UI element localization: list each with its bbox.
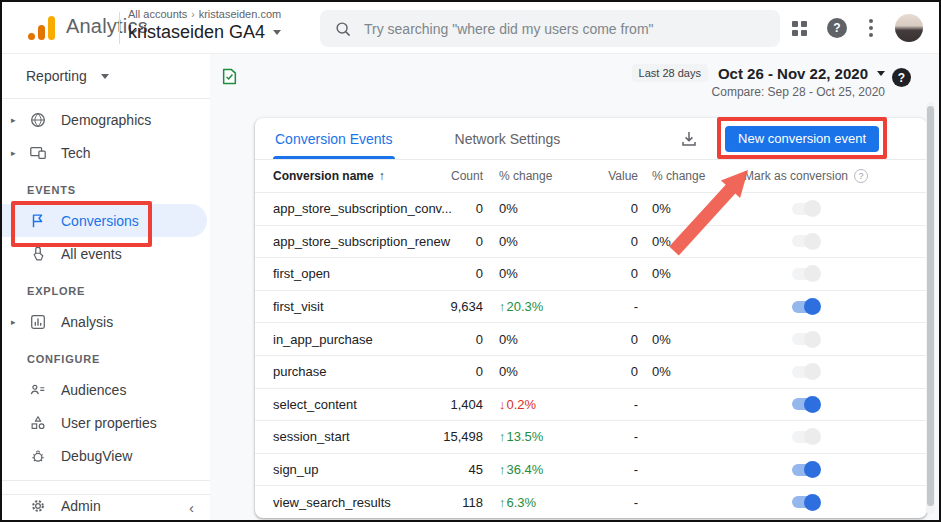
section-header-configure: CONFIGURE [2,338,210,373]
data-quality-check-icon[interactable] [222,68,237,89]
table-row: in_app_purchase00%00% [255,322,927,355]
column-value[interactable]: Value [578,169,638,183]
avatar[interactable] [895,14,923,42]
conversion-name-cell: first_open [273,266,443,281]
audiences-icon [28,380,48,400]
column-value-change[interactable]: % change [638,169,728,183]
mark-as-conversion-toggle[interactable] [792,333,818,345]
chevron-down-icon [877,71,885,76]
expand-icon[interactable]: ▸ [11,148,26,158]
mark-as-conversion-toggle[interactable] [792,398,818,410]
mark-cell [728,301,909,313]
count-change-value: 0% [499,266,518,281]
scrollbar-thumb[interactable] [927,106,934,506]
analysis-icon [28,312,48,332]
count-change-value: 0% [499,332,518,347]
search-bar[interactable] [320,10,780,47]
count-cell: 0 [443,266,483,281]
mark-cell [728,268,909,280]
breadcrumb: All accounts › kristaseiden.com [128,8,281,20]
column-count[interactable]: Count [443,169,483,183]
sidebar-item-debugview[interactable]: DebugView [2,439,210,472]
count-change-cell: 0% [483,364,578,379]
count-change-value: 0.2% [507,397,537,412]
apps-grid-icon[interactable] [792,21,807,36]
mark-as-conversion-toggle[interactable] [792,301,818,313]
expand-icon[interactable]: ▸ [11,115,26,125]
mark-as-conversion-toggle[interactable] [792,431,818,443]
table-row: view_search_results118↑6.3%- [255,485,927,518]
search-input[interactable] [364,21,766,37]
help-icon[interactable]: ? [854,169,868,183]
mark-as-conversion-toggle[interactable] [792,366,818,378]
sidebar: Reporting ▸Demographics▸TechEVENTSConver… [2,54,210,522]
tab-network-settings[interactable]: Network Settings [453,118,563,159]
date-preset-badge: Last 28 days [632,64,708,82]
sidebar-item-audiences[interactable]: Audiences [2,373,210,406]
mark-as-conversion-toggle[interactable] [792,464,818,476]
column-count-change[interactable]: % change [483,169,578,183]
sidebar-item-all-events[interactable]: All events [2,237,210,270]
count-change-cell: ↑20.3% [483,299,578,314]
reporting-nav-selector[interactable]: Reporting [2,54,210,98]
help-icon[interactable]: ? [827,18,847,38]
value-change-cell: 0% [638,364,728,379]
count-change-value: 13.5% [507,429,544,444]
mark-as-conversion-toggle[interactable] [792,203,818,215]
count-change-cell: ↑36.4% [483,462,578,477]
toggle-knob [804,298,821,315]
sidebar-item-conversions[interactable]: Conversions [2,204,207,237]
count-change-cell: ↑13.5% [483,429,578,444]
mark-as-conversion-toggle[interactable] [792,268,818,280]
sort-ascending-icon: ↑ [379,169,385,183]
mark-as-conversion-toggle[interactable] [792,235,818,247]
value-cell: 0 [578,332,638,347]
conversion-name-cell: first_visit [273,299,443,314]
table-header: Conversion name↑ Count % change Value % … [255,160,927,192]
collapse-sidebar-icon[interactable]: ‹ [189,499,194,516]
divider [2,480,210,481]
date-range-value: Oct 26 - Nov 22, 2020 [718,65,868,82]
sidebar-item-user-properties[interactable]: User properties [2,406,210,439]
table-row: app_store_subscription_renew00%00% [255,225,927,258]
debug-icon [28,446,48,466]
sidebar-item-tech[interactable]: ▸Tech [2,136,210,169]
date-range-picker[interactable]: Last 28 days Oct 26 - Nov 22, 2020 [632,64,885,82]
sidebar-item-label: Audiences [61,382,126,398]
sidebar-item-label: Conversions [61,213,139,229]
toggle-knob [804,396,821,413]
insights-help-icon[interactable]: ? [892,68,911,87]
mark-as-conversion-toggle[interactable] [792,496,818,508]
annotation-box-button: New conversion event [725,126,879,152]
globe-icon [28,110,48,130]
sidebar-item-label: Analysis [61,314,113,330]
expand-icon[interactable]: ▸ [11,317,26,327]
chevron-down-icon [101,74,109,79]
conversion-name-cell: app_store_subscription_conv... [273,201,443,216]
sidebar-item-label: User properties [61,415,157,431]
conversion-name-cell: purchase [273,364,443,379]
breadcrumb-account: All accounts [128,8,187,20]
conversion-name-cell: app_store_subscription_renew [273,234,443,249]
count-cell: 0 [443,364,483,379]
user-properties-icon [28,413,48,433]
value-cell: - [578,495,638,510]
tab-conversion-events[interactable]: Conversion Events [273,118,395,159]
value-cell: - [578,462,638,477]
more-options-icon[interactable] [867,17,875,39]
mark-cell [728,203,909,215]
value-cell: - [578,429,638,444]
mark-cell [728,496,909,508]
sidebar-item-demographics[interactable]: ▸Demographics [2,103,210,136]
compare-range: Compare: Sep 28 - Oct 25, 2020 [712,85,885,99]
toggle-knob [804,265,821,282]
property-selector[interactable]: kristaseiden GA4 [128,22,281,43]
arrow-up-icon: ↑ [499,429,506,444]
table-row: select_content1,404↓0.2%- [255,388,927,421]
sidebar-item-analysis[interactable]: ▸Analysis [2,305,210,338]
mark-cell [728,464,909,476]
column-conversion-name[interactable]: Conversion name↑ [273,169,443,183]
count-change-cell: 0% [483,201,578,216]
download-icon[interactable] [679,129,699,149]
new-conversion-event-button[interactable]: New conversion event [725,126,879,152]
